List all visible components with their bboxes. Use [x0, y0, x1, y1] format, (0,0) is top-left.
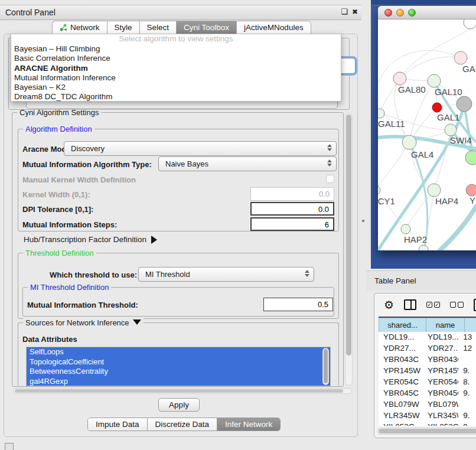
bottom-tab-infer-network[interactable]: Infer Network [217, 418, 280, 431]
attribute-item[interactable]: gal4RGexp [27, 377, 330, 387]
table-row[interactable]: YPR145WYPR145W9. [379, 366, 476, 377]
settings-horizontal-scrollbar[interactable] [13, 388, 352, 394]
table-row[interactable]: YBR045CYBR045C9. [379, 388, 476, 399]
network-node[interactable] [457, 96, 472, 112]
node-label: GAL4 [411, 149, 433, 159]
network-node-hap2[interactable] [401, 224, 410, 234]
table-cell: YBL079W [423, 399, 458, 410]
dpi-tolerance-label: DPI Tolerance [0,1]: [22, 205, 93, 214]
bottom-tab-impute-data[interactable]: Impute Data [88, 418, 148, 431]
data-attributes-list[interactable]: SelfLoopsTopologicalCoefficientBetweenne… [26, 347, 331, 386]
network-graph[interactable]: GALGAL80GAL10GAL1GAL11GAL4SWI4GCY1HAP4YH… [378, 19, 476, 250]
node-label: GAL1 [437, 112, 459, 122]
dropdown-item[interactable]: Bayesian – Hill Climbing [11, 44, 341, 54]
table-cell: 12 [458, 343, 476, 354]
zoom-traffic-light-icon[interactable] [408, 9, 416, 17]
bottom-tab-discretize-data[interactable]: Discretize Data [148, 418, 218, 431]
network-view-window[interactable]: GALGAL80GAL10GAL1GAL11GAL4SWI4GCY1HAP4YH… [378, 6, 476, 250]
network-edge[interactable] [406, 190, 434, 229]
network-node[interactable] [419, 245, 428, 250]
network-edge[interactable] [434, 130, 451, 190]
gear-icon[interactable]: ⚙ [384, 299, 394, 311]
dpi-tolerance-field[interactable]: 0.0 [250, 202, 334, 216]
network-node-gal10[interactable] [428, 74, 441, 87]
network-node-gal1[interactable] [432, 103, 442, 112]
network-node-gal80[interactable] [393, 72, 406, 85]
column-header[interactable]: name [426, 318, 465, 332]
hub-section-toggle[interactable]: Hub/Transcription Factor Definition [24, 235, 157, 244]
column-header[interactable] [465, 318, 476, 332]
table-row[interactable]: YER054CYER054C8. [379, 377, 476, 388]
split-columns-icon[interactable] [404, 299, 416, 310]
bottom-tab-bar: Impute DataDiscretize DataInfer Network [87, 418, 281, 431]
network-edge[interactable] [378, 142, 409, 190]
tab-style[interactable]: Style [107, 21, 139, 34]
corner-widget[interactable] [5, 443, 14, 450]
table-row[interactable]: YBL079WYBL079W [379, 399, 476, 410]
table-row[interactable]: YLR345WYLR345W9. [379, 410, 476, 422]
manual-kernel-checkbox[interactable] [326, 175, 334, 183]
export-table-icon[interactable] [474, 299, 476, 311]
mi-steps-field[interactable]: 6 [250, 217, 334, 231]
network-edge[interactable] [379, 50, 461, 83]
network-node[interactable] [464, 19, 476, 29]
network-node-swi4[interactable] [465, 151, 476, 165]
apply-button[interactable]: Apply [158, 398, 200, 412]
table-row[interactable]: YDR27...YDR27...12 [379, 343, 476, 354]
table-rows: YDL19...YDL19...13YDR27...YDR27...12YBR0… [379, 332, 476, 426]
float-window-icon[interactable]: ❏ [341, 7, 348, 16]
dropdown-item[interactable]: Basic Correlation Inference [11, 54, 341, 63]
network-edge[interactable] [440, 207, 476, 250]
mi-threshold-title: MI Threshold Definition [28, 283, 111, 292]
aracne-mode-combo[interactable]: Discovery [64, 141, 337, 156]
network-node-gal11[interactable] [378, 109, 384, 118]
network-node-gal[interactable] [454, 51, 467, 64]
network-node[interactable] [445, 124, 457, 136]
tab-select[interactable]: Select [139, 21, 177, 34]
table-panel-titlebar: Table Panel [366, 270, 476, 291]
node-label: GAL11 [378, 119, 405, 129]
dropdown-item[interactable]: Dream8 DC_TDC Algorithm [11, 92, 341, 102]
table-toolbar: ⚙ ✓✓ [374, 294, 476, 316]
select-all-icon[interactable]: ✓✓ [426, 302, 440, 308]
attribute-item[interactable]: SelfLoops [27, 347, 330, 357]
mi-threshold-field[interactable]: 0.5 [263, 298, 333, 311]
dropdown-item[interactable]: Mutual Information Inference [11, 73, 341, 83]
table-row[interactable]: YIL052CYIL052C9 [379, 422, 476, 426]
mi-type-combo[interactable]: Naive Bayes [158, 156, 337, 171]
sources-title[interactable]: Sources for Network Inference [23, 318, 144, 327]
deselect-all-icon[interactable] [450, 302, 464, 308]
dropdown-item[interactable]: Bayesian – K2 [11, 83, 341, 92]
tab-network[interactable]: Network [52, 21, 107, 34]
table-cell: YPR145W [423, 366, 458, 377]
column-header[interactable]: shared... [379, 318, 426, 332]
tab-jactivemnodules[interactable]: jActiveMNodules [236, 21, 311, 34]
network-node-gcy1[interactable] [378, 185, 380, 195]
table-cell: 9. [458, 410, 476, 422]
attributes-list-scrollbar[interactable] [322, 348, 329, 385]
combo-stepper-icon [327, 159, 332, 167]
table-row[interactable]: YBR043CYBR043C [379, 354, 476, 366]
kernel-width-field[interactable]: 0.0 [250, 187, 334, 201]
table-horizontal-scrollbar[interactable] [377, 428, 476, 435]
close-panel-icon[interactable]: ✖ [352, 8, 358, 16]
threshold-definition-title: Threshold Definition [23, 249, 96, 257]
which-threshold-combo[interactable]: MI Threshold [138, 267, 314, 282]
table-cell: 9. [458, 388, 476, 399]
panel-resize-handle[interactable] [362, 220, 364, 222]
table-row[interactable]: YDL19...YDL19...13 [379, 332, 476, 343]
control-panel-titlebar: Control Panel ❏ ✖ [0, 5, 361, 20]
network-node-y[interactable] [466, 184, 476, 196]
network-node-hap4[interactable] [428, 184, 441, 197]
settings-vertical-scrollbar[interactable] [345, 113, 353, 386]
network-node-gal4[interactable] [402, 135, 416, 149]
network-window-titlebar[interactable] [378, 6, 476, 19]
dropdown-item[interactable]: ARACNE Algorithm [11, 64, 341, 73]
panel-title: Control Panel [5, 8, 56, 17]
attribute-item[interactable]: TopologicalCoefficient [27, 357, 330, 367]
minimize-traffic-light-icon[interactable] [396, 9, 404, 17]
attribute-item[interactable]: BetweennessCentrality [27, 367, 330, 377]
tab-cyni-toolbox[interactable]: Cyni Toolbox [176, 21, 236, 34]
node-label: HAP4 [435, 196, 458, 206]
close-traffic-light-icon[interactable] [384, 9, 392, 17]
